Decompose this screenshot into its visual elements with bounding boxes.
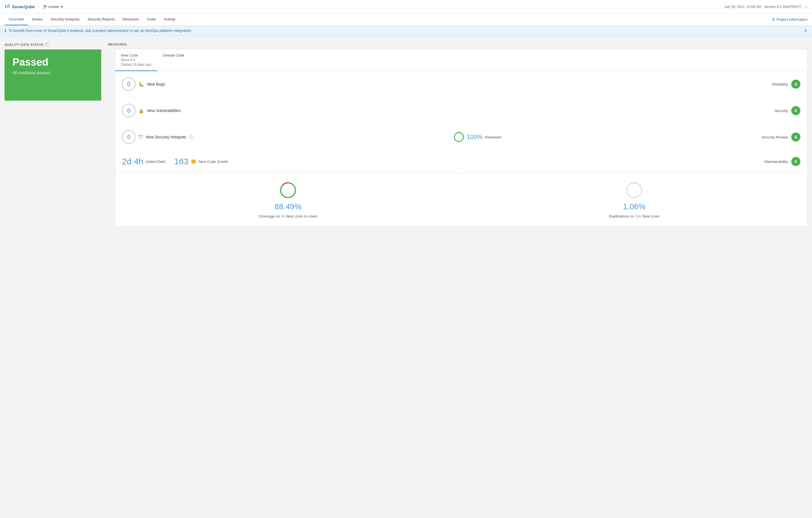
branch-selector[interactable]: master ▾ (43, 4, 63, 9)
version: Version 9.1-SNAPSHOT (764, 5, 801, 9)
hotspots-label: New Security Hotspots (146, 135, 186, 139)
coverage-cell: 88.49% Coverage on 5k New Lines to cover (115, 173, 461, 226)
reviewed-pct: 100% (467, 133, 483, 141)
info-banner-message: To benefit from more of SonarQube's feat… (8, 28, 192, 33)
quality-gate-status: Passed (12, 56, 93, 68)
info-banner: ℹ To benefit from more of SonarQube's fe… (0, 26, 812, 36)
hotspots-row: 0 🛡 New Security Hotspots ? 100% Reviewe… (115, 124, 807, 150)
smells-label: New Code Smells (199, 160, 228, 164)
coverage-lines-link[interactable]: 5k (281, 214, 285, 218)
info-banner-content: ℹ To benefit from more of SonarQube's fe… (4, 28, 192, 33)
branch-name: master (48, 4, 60, 9)
measures-outer: MEASURES New Code Since 9.0 Started 28 d… (108, 42, 808, 227)
favorite-star-icon[interactable]: ☆ (37, 4, 41, 9)
sonarqube-logo[interactable]: SonarQube (4, 3, 35, 10)
reliability-label: Reliability (772, 82, 788, 86)
duplications-label: Duplications on 31k New Lines (609, 214, 660, 218)
bugs-value[interactable]: 0 (122, 77, 136, 91)
home-icon[interactable]: ⌂ (805, 4, 808, 9)
logo-text: SonarQube (12, 4, 35, 9)
duplications-lines-link[interactable]: 31k (635, 214, 641, 218)
svg-point-4 (44, 7, 45, 8)
vulnerabilities-label: New Vulnerabilities (147, 108, 181, 113)
topbar-right: July 29, 2021, 10:06 AM Version 9.1-SNAP… (724, 4, 808, 9)
nav-item-overview[interactable]: Overview (4, 13, 28, 25)
security-review-grade: A (791, 133, 800, 142)
smells-value[interactable]: 163 (174, 157, 188, 166)
smells-left: 163 😕 New Code Smells (174, 157, 228, 166)
hotspots-left: 0 🛡 New Security Hotspots ? (122, 130, 193, 144)
hotspots-center: 100% Reviewed (453, 131, 501, 143)
close-icon[interactable]: ✕ (804, 28, 808, 33)
quality-gate-sub: All conditions passed. (12, 70, 93, 75)
vulnerabilities-left: 0 🔒 New Vulnerabilities (122, 104, 181, 117)
bugs-left: 0 🐛 New Bugs (122, 77, 165, 91)
nav-items: Overview Issues Security Hotspots Securi… (4, 13, 179, 25)
content-grid: QUALITY GATE STATUS ? Passed All conditi… (4, 42, 808, 227)
topbar: SonarQube ☆ master ▾ July 29, 2021, 10:0… (0, 0, 812, 13)
nav-item-security-hotspots[interactable]: Security Hotspots (47, 13, 84, 25)
bug-icon: 🐛 (139, 82, 144, 87)
duplications-cell: 1.06% Duplications on 31k New Lines (461, 173, 808, 226)
reviewed-label: Reviewed (485, 135, 501, 139)
topbar-left: SonarQube ☆ master ▾ (4, 3, 63, 10)
navbar: Overview Issues Security Hotspots Securi… (0, 13, 812, 26)
bugs-label: New Bugs (147, 82, 165, 86)
hotspots-help-icon[interactable]: ? (189, 135, 193, 139)
measures-tabs: New Code Since 9.0 Started 28 days ago O… (115, 49, 807, 71)
branch-icon (43, 5, 47, 9)
svg-rect-2 (8, 4, 9, 8)
security-label: Security (775, 109, 788, 113)
lock-icon: 🔒 (139, 108, 144, 113)
tab-new-code-sub2: Started 28 days ago (121, 62, 151, 66)
duplications-pct[interactable]: 1.06% (623, 202, 645, 211)
bottom-row: 88.49% Coverage on 5k New Lines to cover (115, 173, 807, 226)
project-info-link[interactable]: ☰ Project Information (772, 17, 808, 22)
timestamp: July 29, 2021, 10:06 AM (724, 5, 761, 9)
measures-label: MEASURES (108, 42, 808, 46)
svg-point-11 (627, 183, 642, 198)
debt-value[interactable]: 2d 4h (122, 157, 143, 166)
logo-icon (4, 3, 10, 10)
tab-new-code[interactable]: New Code Since 9.0 Started 28 days ago (115, 49, 157, 71)
nav-item-code[interactable]: Code (143, 13, 160, 25)
maintainability-label: Maintainability (764, 160, 788, 164)
svg-point-7 (454, 133, 463, 142)
tab-overall-code-label: Overall Code (163, 53, 184, 57)
smells-icon: 😕 (191, 159, 197, 164)
coverage-pct[interactable]: 88.49% (274, 202, 302, 211)
bugs-row: 0 🐛 New Bugs Reliability A (115, 71, 807, 97)
security-grade: A (791, 106, 800, 115)
coverage-circle (279, 181, 297, 199)
nav-item-measures[interactable]: Measures (119, 13, 143, 25)
measures-section: New Code Since 9.0 Started 28 days ago O… (115, 49, 808, 227)
debt-right: Maintainability A (764, 157, 800, 166)
nav-item-security-reports[interactable]: Security Reports (84, 13, 119, 25)
nav-item-activity[interactable]: Activity (160, 13, 179, 25)
tab-new-code-label: New Code (121, 53, 151, 57)
info-icon: ℹ (4, 28, 6, 33)
list-icon: ☰ (772, 17, 775, 22)
branch-chevron-icon: ▾ (61, 4, 63, 9)
svg-rect-1 (7, 5, 8, 8)
quality-gate-label: QUALITY GATE STATUS ? (4, 42, 101, 47)
quality-gate-section: QUALITY GATE STATUS ? Passed All conditi… (4, 42, 101, 100)
maintainability-grade: A (791, 157, 800, 166)
quality-gate-help-icon[interactable]: ? (45, 42, 49, 47)
debt-row: 2d 4h Added Debt 163 😕 New Code Smells M… (115, 150, 807, 173)
tab-overall-code[interactable]: Overall Code (157, 49, 190, 71)
quality-gate-passed-box: Passed All conditions passed. (4, 50, 101, 100)
debt-label: Added Debt (146, 160, 165, 164)
nav-item-issues[interactable]: Issues (28, 13, 47, 25)
hotspots-reviewed-circle (453, 131, 465, 143)
svg-rect-0 (5, 4, 6, 8)
vulnerabilities-value[interactable]: 0 (122, 104, 136, 117)
bugs-right: Reliability A (772, 80, 800, 89)
shield-icon: 🛡 (139, 135, 143, 140)
reliability-grade: A (791, 80, 800, 89)
hotspots-value[interactable]: 0 (122, 130, 136, 144)
vulnerabilities-right: Security A (775, 106, 800, 115)
vulnerabilities-row: 0 🔒 New Vulnerabilities Security A (115, 97, 807, 124)
main-content: QUALITY GATE STATUS ? Passed All conditi… (0, 36, 812, 518)
tab-new-code-sub1: Since 9.0 (121, 58, 151, 62)
